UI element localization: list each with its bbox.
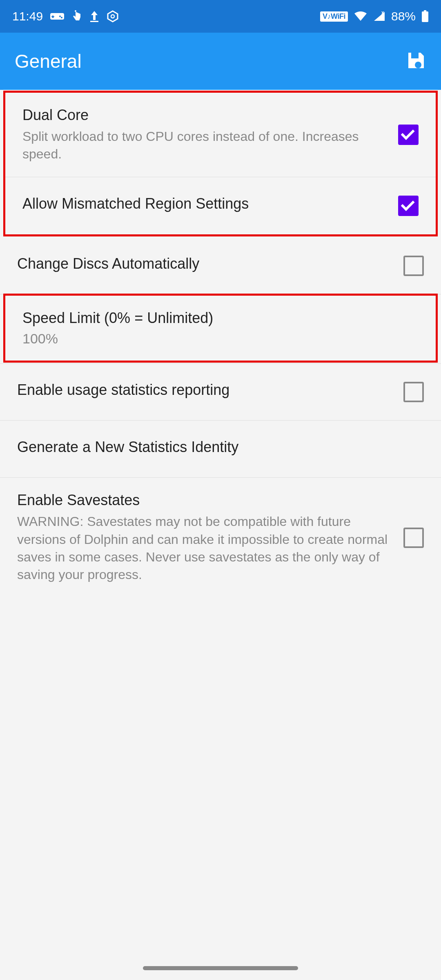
setting-value: 100% [22,331,406,347]
hexagon-icon [107,10,119,22]
wifi-icon [354,11,368,22]
checkbox-dual-core[interactable] [398,125,419,145]
checkbox-savestates[interactable] [403,528,424,548]
setting-dual-core[interactable]: Dual Core Split workload to two CPU core… [5,93,436,177]
setting-title: Allow Mismatched Region Settings [22,195,386,212]
signal-icon: x [373,11,385,22]
checkbox-mismatched-region[interactable] [398,196,419,216]
status-time: 11:49 [12,9,43,23]
svg-rect-12 [411,53,419,58]
highlight-group-1: Dual Core Split workload to two CPU core… [3,91,438,236]
setting-title: Enable Savestates [17,492,391,509]
setting-title: Speed Limit (0% = Unlimited) [22,310,406,327]
svg-point-8 [111,15,114,18]
svg-marker-7 [108,11,118,22]
svg-point-5 [75,10,76,12]
save-button[interactable] [406,50,426,72]
svg-rect-6 [90,21,98,22]
app-bar: General [0,33,441,90]
setting-change-discs[interactable]: Change Discs Automatically [0,237,441,294]
checkbox-change-discs[interactable] [403,256,424,276]
setting-title: Enable usage statistics reporting [17,381,391,399]
svg-point-4 [61,17,62,18]
battery-icon [421,10,429,22]
upload-icon [89,10,99,22]
nav-handle[interactable] [143,966,298,970]
status-battery-pct: 88% [391,9,416,23]
setting-title: Generate a New Statistics Identity [17,439,412,456]
setting-desc: WARNING: Savestates may not be compatibl… [17,513,391,584]
setting-usage-stats[interactable]: Enable usage statistics reporting [0,363,441,421]
gamepad-icon [50,11,64,21]
svg-rect-11 [422,11,428,22]
svg-point-13 [415,62,421,68]
settings-list: Dual Core Split workload to two CPU core… [0,91,441,597]
svg-text:x: x [381,11,384,16]
highlight-group-2: Speed Limit (0% = Unlimited) 100% [3,294,438,363]
svg-point-3 [59,16,61,17]
touch-icon [71,10,82,22]
setting-mismatched-region[interactable]: Allow Mismatched Region Settings [5,177,436,234]
checkbox-usage-stats[interactable] [403,382,424,402]
page-title: General [15,50,82,72]
svg-rect-2 [51,16,54,17]
vowifi-badge: V♪WiFi [320,11,348,22]
setting-speed-limit[interactable]: Speed Limit (0% = Unlimited) 100% [5,296,436,361]
status-bar: 11:49 V♪WiFi x 88% [0,0,441,33]
setting-new-stats-id[interactable]: Generate a New Statistics Identity [0,421,441,478]
setting-desc: Split workload to two CPU cores instead … [22,128,386,163]
svg-rect-10 [424,10,426,11]
setting-title: Change Discs Automatically [17,255,391,272]
setting-title: Dual Core [22,107,386,124]
setting-savestates[interactable]: Enable Savestates WARNING: Savestates ma… [0,478,441,597]
